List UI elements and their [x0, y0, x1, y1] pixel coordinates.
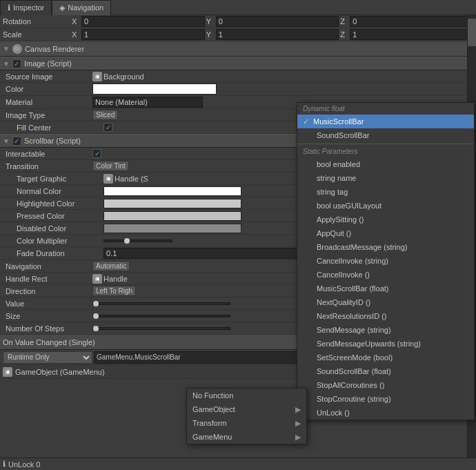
- highlighted-color-swatch[interactable]: [103, 199, 241, 208]
- steps-slider[interactable]: [92, 327, 230, 330]
- rotation-z-input[interactable]: [350, 16, 473, 27]
- scale-y-letter: Y: [206, 30, 216, 39]
- rotation-y-letter: Y: [206, 17, 216, 26]
- dropdown-sound-scrollbar[interactable]: SoundScrollBar: [297, 128, 474, 142]
- transition-text: Color Tint: [96, 162, 126, 170]
- dropdown-music-scrollbar[interactable]: ✓ MusicScrollBar: [297, 115, 474, 128]
- check-icon: ✓: [303, 117, 309, 126]
- value-slider[interactable]: [92, 302, 230, 305]
- scale-x-input[interactable]: [81, 29, 205, 40]
- color-swatch[interactable]: [92, 84, 217, 95]
- material-text: None (Material): [95, 98, 148, 106]
- static-item[interactable]: SetScreenMode (bool): [297, 351, 474, 364]
- navigation-label: Navigation: [3, 262, 92, 271]
- event-title: On Value Changed (Single): [3, 338, 95, 346]
- navigation-select[interactable]: Automatic: [92, 261, 130, 271]
- transform-arrow-icon: ▶: [295, 419, 301, 428]
- direction-select[interactable]: Left To Righ: [92, 286, 136, 296]
- canvas-renderer-header: ▼ ⊙ Canvas Renderer: [0, 41, 476, 57]
- disabled-color-swatch[interactable]: [103, 224, 241, 233]
- scale-y-group: Y: [206, 29, 339, 40]
- static-item[interactable]: CancelInvoke (): [297, 268, 474, 282]
- static-item[interactable]: NextResolutionsID (): [297, 309, 474, 323]
- source-image-text: Background: [103, 72, 144, 81]
- value-label: Value: [3, 300, 92, 308]
- tab-inspector[interactable]: ℹ Inspector: [0, 0, 52, 15]
- image-script-title: Image (Script): [24, 59, 72, 68]
- static-item[interactable]: MusicScrollBar (float): [297, 282, 474, 295]
- pressed-color-swatch[interactable]: [103, 211, 241, 221]
- static-item[interactable]: bool useGUILayout: [297, 199, 474, 213]
- dynamic-float-label: Dynamic float: [297, 103, 474, 115]
- rotation-x-input[interactable]: [81, 16, 205, 27]
- scale-row: Scale X Y Z: [0, 28, 476, 41]
- context-popup: No Function GameObject ▶ Transform ▶ Gam…: [186, 388, 307, 444]
- fill-center-checkbox[interactable]: ✓: [103, 123, 112, 132]
- scrollbar-title: Scrollbar (Script): [24, 137, 81, 145]
- fade-duration-label: Fade Duration: [14, 249, 103, 257]
- context-gameobject[interactable]: GameObject ▶: [187, 402, 306, 416]
- static-item[interactable]: SendMessage (string): [297, 323, 474, 337]
- handle-rect-label: Handle Rect: [3, 275, 92, 283]
- scale-z-input[interactable]: [350, 29, 473, 40]
- rotation-y-group: Y: [206, 16, 339, 27]
- static-params-label: Static Parameters: [297, 146, 474, 157]
- static-item[interactable]: ApplySitting (): [297, 213, 474, 226]
- static-item[interactable]: NextQualityID (): [297, 295, 474, 309]
- color-label: Color: [3, 85, 92, 93]
- disabled-color-label: Disabled Color: [14, 224, 103, 233]
- context-gamemenu[interactable]: GameMenu ▶: [187, 430, 306, 444]
- rotation-y-input[interactable]: [216, 16, 339, 27]
- tab-navigation[interactable]: ◈ Navigation: [52, 0, 111, 15]
- runtime-select[interactable]: Runtime Only: [3, 351, 92, 364]
- context-no-function[interactable]: No Function: [187, 389, 306, 402]
- static-item[interactable]: StopCoroutine (string): [297, 392, 474, 406]
- steps-label: Number Of Steps: [3, 324, 92, 333]
- gamemenu-arrow-icon: ▶: [295, 433, 301, 442]
- static-item[interactable]: bool enabled: [297, 157, 474, 171]
- rotation-x-group: X: [72, 16, 205, 27]
- scrollbar-enabled-checkbox[interactable]: ✓: [12, 137, 21, 146]
- target-graphic-icon: ▣: [103, 174, 113, 184]
- highlighted-color-label: Highlighted Color: [14, 199, 103, 208]
- normal-color-label: Normal Color: [14, 187, 103, 195]
- unlock-label: UnLock 0: [8, 460, 40, 469]
- interactable-label: Interactable: [3, 150, 92, 158]
- canvas-renderer-title: Canvas Renderer: [25, 45, 84, 53]
- image-enabled-checkbox[interactable]: ✓: [12, 59, 21, 68]
- static-item[interactable]: string tag: [297, 185, 474, 199]
- static-item[interactable]: CancelInvoke (string): [297, 254, 474, 268]
- interactable-checkbox[interactable]: ✓: [92, 149, 101, 158]
- rotation-z-letter: Z: [340, 17, 350, 26]
- color-multiplier-slider[interactable]: [103, 239, 172, 242]
- pressed-color-label: Pressed Color: [14, 212, 103, 220]
- static-item[interactable]: AppQuit (): [297, 226, 474, 240]
- static-item[interactable]: UnLock (): [297, 406, 474, 420]
- context-transform[interactable]: Transform ▶: [187, 416, 306, 430]
- image-type-select[interactable]: Sliced: [92, 110, 118, 120]
- size-slider[interactable]: [92, 315, 230, 317]
- static-item[interactable]: SoundScrollBar (float): [297, 364, 474, 378]
- normal-color-swatch[interactable]: [103, 186, 241, 196]
- no-function-label: No Function: [192, 391, 233, 400]
- tab-inspector-label: Inspector: [13, 3, 44, 12]
- material-input[interactable]: None (Material): [92, 97, 203, 108]
- handle-rect-text: Handle: [103, 275, 128, 283]
- static-item[interactable]: string name: [297, 171, 474, 185]
- rotation-label: Rotation: [3, 17, 72, 26]
- static-item[interactable]: SendMessageUpwards (string): [297, 337, 474, 351]
- function-dropdown: Dynamic float ✓ MusicScrollBar SoundScro…: [297, 102, 475, 420]
- scale-fields: X Y Z: [72, 29, 473, 40]
- gameobject-icon: ▣: [3, 367, 12, 377]
- scale-y-input[interactable]: [216, 29, 339, 40]
- target-graphic-text: Handle (S: [115, 175, 148, 183]
- scrollbar-thumb[interactable]: [468, 19, 476, 46]
- rotation-row: Rotation X Y Z: [0, 15, 476, 28]
- rotation-z-group: Z: [340, 16, 473, 27]
- source-image-icon: ▣: [92, 72, 102, 81]
- transition-select[interactable]: Color Tint: [92, 161, 129, 171]
- static-item[interactable]: BroadcastMessage (string): [297, 240, 474, 254]
- static-item[interactable]: StopAllCoroutines (): [297, 378, 474, 392]
- scale-x-group: X: [72, 29, 205, 40]
- rotation-fields: X Y Z: [72, 16, 473, 27]
